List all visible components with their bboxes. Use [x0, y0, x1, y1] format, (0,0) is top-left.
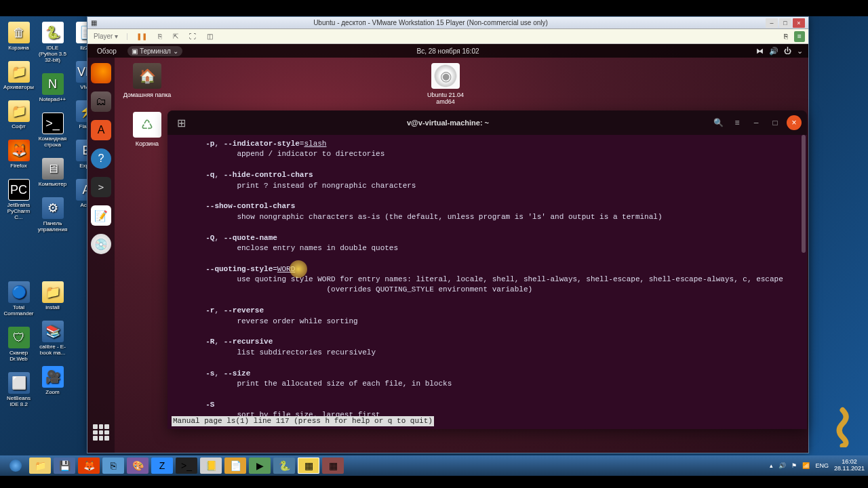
desktop-icon[interactable]: 🔵Total Commander — [3, 281, 34, 317]
taskbar-firefox-icon[interactable]: 🦊 — [78, 458, 100, 474]
close-icon[interactable]: × — [787, 115, 802, 130]
help-icon[interactable]: ? — [91, 148, 111, 169]
system-tray: ▴ 🔊 ⚑ 📶 ENG 16:02 28.11.2021 — [770, 459, 865, 472]
taskbar-notepad-icon[interactable]: 💾 — [54, 458, 75, 474]
desktop-icon[interactable]: 📚calibre - E-book ma... — [37, 321, 68, 356]
app-menu[interactable]: ▣ Терминал ⌄ — [127, 46, 182, 56]
taskbar-zoom-icon[interactable]: Z — [151, 458, 173, 474]
taskbar-app-icon[interactable]: 🐍 — [273, 458, 295, 474]
desktop-icon[interactable]: 📁Софт — [3, 100, 34, 129]
toolbar-icon[interactable]: ⎘ — [781, 31, 791, 42]
volume-icon[interactable]: 🔊 — [769, 47, 778, 56]
maximize-button[interactable]: □ — [779, 18, 791, 28]
clock[interactable]: Вс, 28 ноября 16:02 — [416, 47, 479, 55]
tray-volume-icon[interactable]: 🔊 — [778, 462, 786, 469]
letterbox-bottom — [0, 476, 868, 488]
taskbar-app-icon[interactable]: 📄 — [224, 458, 246, 474]
desktop-icon[interactable]: 📁install — [37, 281, 68, 310]
firefox-icon[interactable] — [91, 63, 111, 83]
desktop-icon[interactable]: ⚙Панель управления — [37, 197, 68, 232]
desktop-icon[interactable]: PCJetBrains PyCharm C... — [3, 179, 34, 220]
terminal-window: ⊞ v@v-virtual-machine: ~ 🔍 ≡ – □ × -p, -… — [167, 110, 807, 429]
desktop-icons-col1: 🗑Корзина 📁Архиваторы 📁Софт 🦊Firefox PCJe… — [3, 22, 34, 220]
desktop-icon[interactable]: ⬜NetBeans IDE 8.2 — [3, 372, 34, 407]
terminal-dock-icon[interactable] — [91, 177, 111, 197]
taskbar-explorer-icon[interactable]: 📁 — [29, 458, 51, 474]
man-page-content: -p, --indicator-style=slash append / ind… — [174, 139, 800, 429]
minimize-button[interactable]: – — [766, 18, 778, 28]
desktop-icons-col2: 🐍IDLE (Python 3.5 32-bit) NNotepad++ >_К… — [37, 22, 68, 232]
tray-flag-icon[interactable]: ⚑ — [791, 462, 797, 469]
send-ctrl-alt-del-icon[interactable]: ⎘ — [155, 33, 165, 40]
desktop-icon[interactable]: 📁Архиваторы — [3, 61, 34, 90]
power-icon[interactable]: ⏻ — [784, 47, 791, 55]
show-apps-icon[interactable] — [93, 424, 109, 441]
ubuntu-dock: 🗂 A ? 📝 💿 — [87, 58, 115, 453]
tray-up-icon[interactable]: ▴ — [770, 462, 773, 469]
new-tab-icon[interactable]: ⊞ — [173, 115, 189, 131]
desktop-icon[interactable]: >_Командная строка — [37, 113, 68, 148]
trash[interactable]: ♺Корзина — [120, 112, 174, 147]
search-icon[interactable]: 🔍 — [711, 115, 726, 130]
terminal-body[interactable]: -p, --indicator-style=slash append / ind… — [167, 135, 807, 429]
text-editor-icon[interactable]: 📝 — [91, 205, 111, 226]
tray-network-icon[interactable]: 📶 — [802, 462, 810, 469]
letterbox-top — [0, 0, 868, 16]
windows-taskbar: 📁 💾 🦊 ⎘ 🎨 Z >_ 📒 📄 ▶ 🐍 ▦ ▦ ▴ 🔊 ⚑ 📶 ENG 1… — [0, 455, 868, 476]
tool-icon[interactable]: ⇱ — [170, 33, 181, 40]
cd-drive[interactable]: ◉Ubuntu 21.04amd64 — [418, 63, 473, 105]
vmware-window: ▦ Ubuntu - десктоп - VMware Workstation … — [87, 16, 809, 453]
toolbar-icon[interactable]: ≡ — [794, 31, 805, 42]
close-button[interactable]: × — [793, 18, 805, 28]
terminal-icon: ▣ — [132, 47, 138, 55]
desktop-icon[interactable]: 🛡Сканер Dr.Web — [3, 327, 34, 362]
taskbar-app-icon[interactable]: 🎨 — [127, 458, 149, 474]
maximize-icon[interactable]: □ — [768, 115, 783, 130]
scrollbar[interactable] — [802, 135, 806, 253]
desktop-icon[interactable]: 🖥Компьютер — [37, 158, 68, 187]
minimize-icon[interactable]: – — [749, 115, 764, 130]
tray-lang[interactable]: ENG — [815, 462, 829, 469]
desktop-icon[interactable]: 🗑Корзина — [3, 22, 34, 51]
tool-icon[interactable]: ◫ — [204, 33, 216, 40]
desktop-icon[interactable]: 🎥Zoom — [37, 366, 68, 395]
files-icon[interactable]: 🗂 — [91, 92, 111, 112]
windows-desktop: 🗑Корзина 📁Архиваторы 📁Софт 🦊Firefox PCJe… — [0, 0, 868, 488]
desktop-icons-col2b: 📁install 📚calibre - E-book ma... 🎥Zoom — [37, 281, 68, 395]
less-status-line: Manual page ls(1) line 117 (press h for … — [172, 416, 434, 426]
vmware-title: Ubuntu - десктоп - VMware Workstation 15… — [97, 19, 764, 26]
network-icon[interactable]: ⧓ — [756, 47, 764, 56]
pause-icon[interactable]: ❚❚ — [134, 33, 150, 40]
vmware-toolbar: Player ▾ | ❚❚ ⎘ ⇱ ⛶ ◫ ⎘ ≡ — [87, 29, 808, 44]
taskbar-app-icon[interactable]: ⎘ — [102, 458, 124, 474]
activities-button[interactable]: Обзор — [93, 46, 121, 56]
taskbar-app-icon[interactable]: ▦ — [322, 458, 344, 474]
taskbar-clock[interactable]: 16:02 28.11.2021 — [834, 459, 865, 472]
start-button[interactable] — [5, 458, 26, 474]
home-folder[interactable]: 🏠Домашняя папка — [120, 63, 174, 105]
terminal-header[interactable]: ⊞ v@v-virtual-machine: ~ 🔍 ≡ – □ × — [167, 110, 807, 135]
terminal-title: v@v-virtual-machine: ~ — [189, 119, 707, 127]
taskbar-vmware-icon[interactable]: ▦ — [298, 458, 319, 474]
software-center-icon[interactable]: A — [91, 120, 111, 140]
tool-icon[interactable]: ⛶ — [186, 33, 199, 40]
taskbar-terminal-icon[interactable]: >_ — [176, 458, 197, 474]
desktop-icon[interactable]: 🐍IDLE (Python 3.5 32-bit) — [37, 22, 68, 63]
disk-icon[interactable]: 💿 — [91, 234, 111, 254]
desktop-icons-col1b: 🔵Total Commander 🛡Сканер Dr.Web ⬜NetBean… — [3, 281, 34, 407]
decoration-snake — [827, 407, 858, 447]
chevron-down-icon[interactable]: ⌄ — [797, 47, 803, 56]
taskbar-app-icon[interactable]: 📒 — [200, 458, 222, 474]
ubuntu-topbar: Обзор ▣ Терминал ⌄ Вс, 28 ноября 16:02 ⧓… — [87, 44, 808, 58]
desktop-items: 🏠Домашняя папка ◉Ubuntu 21.04amd64 — [120, 63, 473, 105]
desktop-icon[interactable]: NNotepad++ — [37, 73, 68, 102]
vmware-titlebar[interactable]: ▦ Ubuntu - десктоп - VMware Workstation … — [87, 17, 808, 29]
ubuntu-desktop: Обзор ▣ Терминал ⌄ Вс, 28 ноября 16:02 ⧓… — [87, 44, 808, 453]
player-menu[interactable]: Player ▾ — [91, 33, 121, 40]
taskbar-app-icon[interactable]: ▶ — [249, 458, 271, 474]
vmware-icon: ▦ — [91, 19, 97, 26]
desktop-icon[interactable]: 🦊Firefox — [3, 140, 34, 169]
chevron-down-icon: ⌄ — [173, 47, 178, 55]
menu-icon[interactable]: ≡ — [730, 115, 745, 130]
